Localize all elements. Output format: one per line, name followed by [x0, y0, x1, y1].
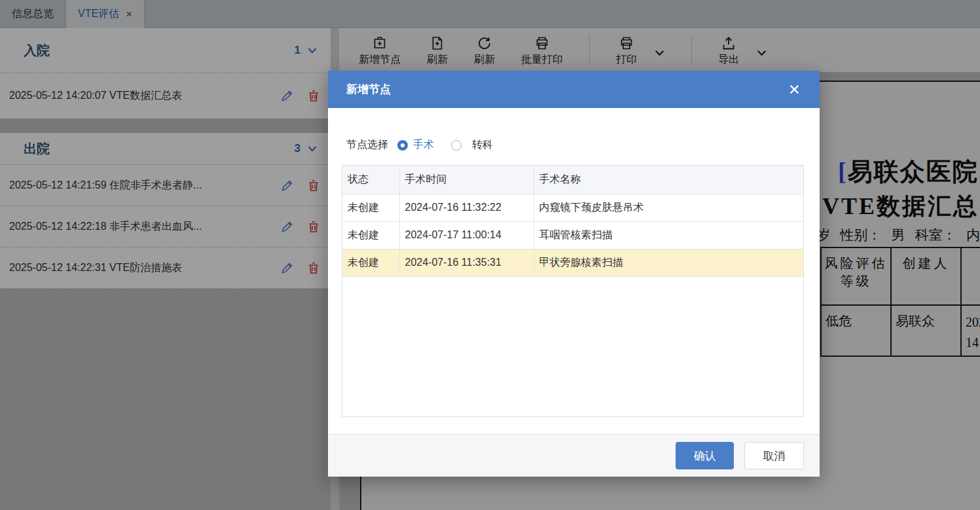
add-node-dialog: 新增节点 节点选择 手术 转科 状态 手术时间 手术名称 未创建 2024-07…: [328, 71, 820, 477]
confirm-button[interactable]: 确认: [676, 442, 734, 469]
radio-unselected-icon[interactable]: [451, 140, 462, 151]
status-cell: 未创建: [342, 249, 399, 276]
time-cell: 2024-07-17 11:00:14: [399, 221, 534, 249]
surgery-table-container: 状态 手术时间 手术名称 未创建 2024-07-16 11:32:22 内窥镜…: [342, 165, 804, 417]
cancel-button[interactable]: 取消: [744, 442, 804, 469]
column-header: 手术名称: [534, 166, 804, 194]
column-header: 状态: [342, 166, 399, 194]
dialog-title: 新增节点: [346, 82, 391, 97]
column-header: 手术时间: [399, 166, 534, 194]
name-cell: 耳咽管核素扫描: [534, 221, 804, 249]
radio-group-label: 节点选择: [346, 138, 388, 152]
node-type-radio-group: 节点选择 手术 转科: [346, 138, 493, 152]
radio-label: 手术: [413, 138, 434, 152]
surgery-row[interactable]: 未创建 2024-07-17 11:00:14 耳咽管核素扫描: [342, 221, 804, 249]
time-cell: 2024-07-16 11:35:31: [399, 249, 534, 276]
name-cell: 内窥镜下颈皮肤悬吊术: [534, 194, 804, 221]
table-header-row: 状态 手术时间 手术名称: [342, 166, 804, 194]
name-cell: 甲状旁腺核素扫描: [534, 249, 804, 276]
status-cell: 未创建: [342, 194, 399, 221]
dialog-header: 新增节点: [328, 71, 820, 108]
surgery-row[interactable]: 未创建 2024-07-16 11:32:22 内窥镜下颈皮肤悬吊术: [342, 194, 804, 221]
radio-option-transfer[interactable]: 转科: [434, 138, 493, 152]
time-cell: 2024-07-16 11:32:22: [399, 194, 534, 221]
radio-label: 转科: [472, 138, 493, 152]
surgery-table: 状态 手术时间 手术名称 未创建 2024-07-16 11:32:22 内窥镜…: [342, 166, 804, 277]
surgery-row-selected[interactable]: 未创建 2024-07-16 11:35:31 甲状旁腺核素扫描: [342, 249, 804, 276]
dialog-footer: 确认 取消: [328, 434, 820, 477]
radio-selected-icon[interactable]: [397, 140, 408, 151]
close-icon[interactable]: [789, 84, 800, 95]
radio-option-surgery[interactable]: 手术: [388, 138, 434, 152]
status-cell: 未创建: [342, 221, 399, 249]
